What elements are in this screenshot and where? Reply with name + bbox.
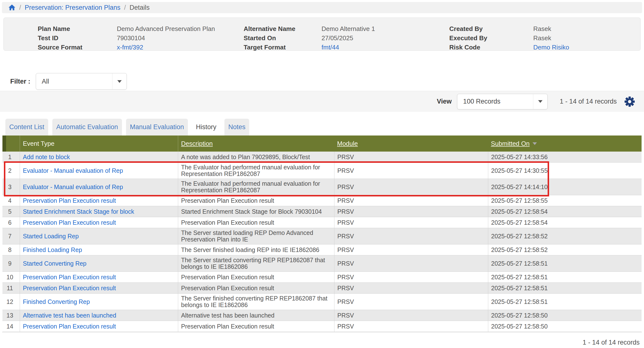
submitted-on-cell: 2025-05-27 12:58:50 <box>488 310 642 321</box>
module-cell-text: PRSV <box>337 154 354 160</box>
event-type-link[interactable]: Add note to block <box>23 154 70 160</box>
header-left-block <box>2 135 6 151</box>
submitted-on-cell: 2025-05-27 12:58:52 <box>488 244 642 255</box>
row-number-cell-text: 6 <box>8 219 12 226</box>
table-row: 14Preservation Plan Execution resultPres… <box>2 321 642 332</box>
description-cell-text: Alternative test has been launched <box>181 312 274 319</box>
table-row: 5Started Enrichment Stack Stage for bloc… <box>2 206 642 217</box>
submitted-on-cell: 2025-05-27 12:58:50 <box>488 321 642 332</box>
submitted-on-cell-text: 2025-05-27 14:33:56 <box>491 154 548 160</box>
event-type-link[interactable]: Started Enrichment Stack Stage for block <box>23 208 134 215</box>
event-type-link[interactable]: Preservation Plan Execution result <box>23 323 116 330</box>
tab-history[interactable]: History <box>192 119 220 135</box>
description-cell-text: Preservation Plan Execution result <box>181 197 274 204</box>
event-type-link[interactable]: Evaluator - Manual evaluation of Rep <box>23 184 123 190</box>
row-number-cell: 6 <box>2 217 20 228</box>
field-label: Source Format <box>38 44 117 51</box>
description-cell-text: The Evaluator had performed manual evalu… <box>181 164 320 177</box>
col-header-submitted-on-label: Submitted On <box>491 140 530 147</box>
field-label: Plan Name <box>38 25 117 33</box>
event-type-cell: Started Loading Rep <box>20 228 178 244</box>
table-row: 10Preservation Plan Execution resultPres… <box>2 272 642 283</box>
col-header-module[interactable]: Module <box>334 135 488 151</box>
module-cell-text: PRSV <box>337 208 354 215</box>
field-label: Target Format <box>244 44 322 51</box>
submitted-on-cell: 2025-05-27 12:58:51 <box>488 255 642 271</box>
table-row: 8Finished Loading RepThe Server finished… <box>2 244 642 255</box>
row-number-cell-text: 5 <box>8 208 12 215</box>
description-cell: Preservation Plan Execution result <box>178 195 334 206</box>
records-per-page-select[interactable]: 100 Records <box>457 94 548 109</box>
tab-manual-evaluation[interactable]: Manual Evaluation <box>126 119 188 135</box>
field-value: Demo Advanced Preservation Plan <box>117 25 244 33</box>
row-number-cell: 12 <box>2 294 20 310</box>
col-header-submitted-on[interactable]: Submitted On <box>488 135 642 151</box>
description-cell: A note was added to Plan 79029895, Block… <box>178 151 334 162</box>
event-type-cell: Preservation Plan Execution result <box>20 321 178 332</box>
submitted-on-cell-text: 2025-05-27 12:58:51 <box>491 298 548 305</box>
module-cell: PRSV <box>334 321 488 332</box>
table-header: Event Type Description Module Submitted … <box>2 135 642 151</box>
row-number-cell: 8 <box>2 244 20 255</box>
event-type-link[interactable]: Started Converting Rep <box>23 260 86 267</box>
breadcrumb: / Preservation: Preservation Plans / Det… <box>2 2 642 13</box>
description-cell-text: Preservation Plan Execution result <box>181 219 274 226</box>
field-value[interactable]: Demo Risiko <box>533 44 640 51</box>
description-cell: Preservation Plan Execution result <box>178 283 334 293</box>
records-count: 1 - 14 of 14 records <box>560 98 617 105</box>
module-cell-text: PRSV <box>337 323 354 330</box>
col-header-event-type[interactable]: Event Type <box>20 135 178 151</box>
description-cell: Preservation Plan Execution result <box>178 321 334 332</box>
module-cell-text: PRSV <box>337 219 354 226</box>
breadcrumb-link-preservation-plans[interactable]: Preservation: Preservation Plans <box>25 4 120 12</box>
event-type-link[interactable]: Preservation Plan Execution result <box>23 285 116 291</box>
event-type-cell: Alternative test has been launched <box>20 310 178 321</box>
field-value[interactable]: fmt/44 <box>322 44 449 51</box>
event-type-link[interactable]: Started Loading Rep <box>23 233 78 240</box>
description-cell-text: The Server finished converting REP REP18… <box>181 295 327 308</box>
event-type-cell: Finished Converting Rep <box>20 294 178 310</box>
description-cell-text: The Server started loading REP Demo Adva… <box>181 230 313 243</box>
description-cell-text: Preservation Plan Execution result <box>181 285 274 291</box>
description-cell-text: The Server started converting REP REP186… <box>181 257 325 270</box>
event-type-link[interactable]: Finished Converting Rep <box>23 298 90 305</box>
tab-notes[interactable]: Notes <box>224 119 250 135</box>
table-row: 1Add note to blockA note was added to Pl… <box>2 151 642 162</box>
gear-icon[interactable] <box>624 96 635 107</box>
tab-content-list[interactable]: Content List <box>5 119 48 135</box>
submitted-on-cell-text: 2025-05-27 12:58:52 <box>491 233 548 240</box>
event-type-link[interactable]: Alternative test has been launched <box>23 312 116 319</box>
filter-select[interactable]: All <box>36 73 127 90</box>
event-type-link[interactable]: Evaluator - Manual evaluation of Rep <box>23 167 123 174</box>
home-icon[interactable] <box>8 4 16 11</box>
table-row: 6Preservation Plan Execution resultPrese… <box>2 217 642 228</box>
event-type-link[interactable]: Finished Loading Rep <box>23 247 82 253</box>
row-number-cell: 7 <box>2 228 20 244</box>
submitted-on-cell: 2025-05-27 14:14:10 <box>488 179 642 195</box>
view-label: View <box>437 98 452 105</box>
field-label: Alternative Name <box>244 25 322 33</box>
field-value: 27/05/2025 <box>322 34 449 42</box>
module-cell: PRSV <box>334 244 488 255</box>
summary-group: Alternative NameDemo Alternative 1Starte… <box>244 24 449 52</box>
description-cell: Preservation Plan Execution result <box>178 272 334 282</box>
row-number-cell-text: 9 <box>8 260 12 267</box>
event-type-link[interactable]: Preservation Plan Execution result <box>23 197 116 204</box>
event-type-link[interactable]: Preservation Plan Execution result <box>23 274 116 280</box>
description-cell: Alternative test has been launched <box>178 310 334 321</box>
description-cell-text: The Server finished loading REP into IE … <box>181 247 319 253</box>
event-type-link[interactable]: Preservation Plan Execution result <box>23 219 116 226</box>
module-cell-text: PRSV <box>337 298 354 305</box>
col-header-description[interactable]: Description <box>178 135 334 151</box>
field-value[interactable]: x-fmt/392 <box>117 44 244 51</box>
row-number-cell: 9 <box>2 255 20 271</box>
event-type-cell: Evaluator - Manual evaluation of Rep <box>20 179 178 195</box>
history-table: Event Type Description Module Submitted … <box>2 135 642 346</box>
col-header-module-label: Module <box>337 140 358 147</box>
event-type-cell: Preservation Plan Execution result <box>20 283 178 293</box>
row-number-cell-text: 7 <box>8 233 12 240</box>
event-type-cell: Preservation Plan Execution result <box>20 272 178 282</box>
footer-records-count: 1 - 14 of 14 records <box>2 332 642 346</box>
tab-automatic-evaluation[interactable]: Automatic Evaluation <box>52 119 122 135</box>
submitted-on-cell-text: 2025-05-27 12:58:52 <box>491 247 548 253</box>
